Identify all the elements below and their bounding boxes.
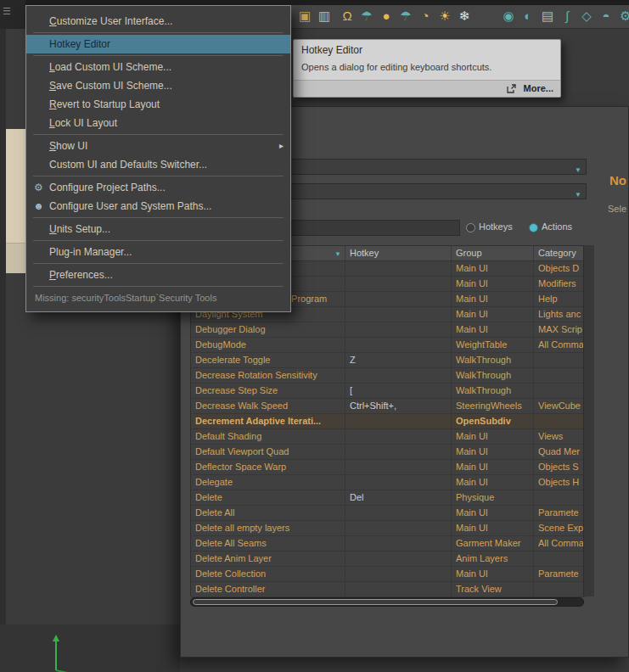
cell-hotkey: Z — [345, 353, 452, 367]
hotkeys-radio-label: Hotkeys — [479, 221, 513, 232]
align-icon[interactable]: ❄ — [455, 7, 474, 25]
cell-category: Objects D — [534, 261, 585, 276]
selection-panel-title: No — [609, 173, 626, 188]
cell-category: Scene Exp — [534, 521, 585, 535]
render-setup-icon[interactable]: ⚙ — [616, 7, 629, 25]
menu-item-configure-project-paths[interactable]: ⚙Configure Project Paths... — [26, 178, 290, 197]
menu-item-save-custom-ui-scheme[interactable]: Save Custom UI Scheme... — [26, 76, 290, 95]
tooltip-description: Opens a dialog for editing keyboard shor… — [301, 62, 491, 72]
table-row[interactable]: Delete all empty layersMain UIScene Exp — [191, 521, 585, 536]
cell-name: Delete all empty layers — [191, 521, 345, 535]
layer-explorer-icon[interactable]: ◐ — [519, 7, 537, 25]
header-group[interactable]: Group — [452, 246, 534, 260]
tooltip-more-link[interactable]: More... — [524, 83, 553, 93]
select-object-icon[interactable]: ▣ — [295, 7, 314, 25]
cell-group: WalkThrough — [452, 353, 534, 367]
table-row[interactable]: DebugModeWeightTableAll Comma — [191, 338, 585, 353]
header-hotkey[interactable]: Hotkey — [345, 246, 452, 260]
table-row[interactable]: Delete AllMain UIParamete — [191, 506, 585, 521]
cell-category: Paramete — [534, 567, 585, 581]
cell-group: Main UI — [452, 307, 534, 322]
menu-item-custom-ui-and-defaults-switcher[interactable]: Custom UI and Defaults Switcher... — [26, 155, 290, 174]
cell-group: Main UI — [452, 475, 534, 490]
cell-group: Track View — [452, 582, 534, 596]
table-row[interactable]: Decrease Rotation SensitivityWalkThrough — [191, 368, 585, 384]
cell-name: Decelerate Toggle — [191, 353, 345, 367]
menu-item-hotkey-editor[interactable]: Hotkey Editor — [26, 35, 290, 53]
table-row[interactable]: Delete Anim LayerAnim Layers — [191, 552, 585, 567]
cell-category — [534, 552, 585, 566]
cell-hotkey — [345, 536, 452, 551]
header-category[interactable]: Category — [534, 246, 585, 260]
curve-editor-icon[interactable]: ∫ — [558, 7, 576, 25]
snaps-toggle-icon[interactable]: Ω — [338, 7, 357, 25]
menu-separator — [33, 217, 284, 218]
cell-group: Main UI — [452, 567, 534, 581]
scene-explorer-icon[interactable]: ◉ — [499, 7, 518, 25]
cell-hotkey — [345, 460, 452, 474]
table-row[interactable]: Decrement Adaptive Iterati...OpenSubdiv — [191, 414, 585, 429]
selection-panel-text: Sele — [608, 204, 626, 214]
menu-item-label: Missing: securityToolsStartup`Security T… — [35, 293, 216, 303]
table-row[interactable]: Deflector Space WarpMain UIObjects S — [191, 460, 585, 475]
menu-item-load-custom-ui-scheme[interactable]: Load Custom UI Scheme... — [26, 58, 290, 76]
menu-separator — [33, 55, 284, 56]
menu-item-label: Lock UI Layout — [49, 117, 117, 129]
menu-item-customize-user-interface[interactable]: Customize User Interface... — [26, 12, 290, 31]
menu-item-lock-ui-layout[interactable]: Lock UI Layout — [26, 114, 290, 132]
filter-arrow-icon[interactable]: ▼ — [334, 250, 341, 258]
menu-item-units-setup[interactable]: Units Setup... — [26, 220, 290, 238]
table-row[interactable]: DelegateMain UIObjects H — [191, 475, 585, 490]
scrollbar-handle[interactable] — [193, 599, 558, 605]
table-row[interactable]: Decrease Walk SpeedCtrl+Shift+,SteeringW… — [191, 399, 585, 414]
cell-category: Lights anc — [534, 307, 585, 322]
table-vertical-scrollbar[interactable] — [583, 245, 594, 596]
table-row[interactable]: Default Viewport QuadMain UIQuad Mer — [191, 445, 585, 460]
table-horizontal-scrollbar[interactable] — [190, 597, 584, 607]
actions-radio[interactable] — [529, 223, 538, 232]
menu-separator — [33, 263, 284, 264]
cell-category: All Comma — [534, 536, 585, 551]
table-row[interactable]: Debugger DialogMain UIMAX Scrip — [191, 322, 585, 338]
user-paths-icon: ☻ — [31, 197, 46, 216]
table-row[interactable]: DeleteDelPhysique — [191, 490, 585, 506]
table-row[interactable]: Delete CollectionMain UIParamete — [191, 567, 585, 582]
cell-name: Debugger Dialog — [191, 322, 345, 337]
schematic-view-icon[interactable]: ◇ — [577, 7, 596, 25]
cell-category: Objects H — [534, 475, 585, 490]
menu-item-label: Configure User and System Paths... — [49, 200, 211, 212]
cell-group: OpenSubdiv — [452, 414, 534, 428]
menu-item-plug-in-manager[interactable]: Plug-in Manager... — [26, 243, 290, 261]
cell-name: Delete All — [191, 506, 345, 520]
named-selection-sets-icon[interactable]: ◔ — [416, 7, 435, 25]
table-row[interactable]: Delete ControllerTrack View — [191, 582, 585, 597]
menu-separator — [33, 176, 284, 176]
cell-group: Main UI — [452, 429, 534, 444]
spinner-snap-icon[interactable]: ☂ — [396, 7, 415, 25]
select-by-name-icon[interactable]: ▥ — [315, 7, 334, 25]
menu-item-label: Preferences... — [49, 269, 113, 281]
menu-grip-icon: ☰ — [3, 6, 11, 17]
menu-item-configure-user-and-system-paths[interactable]: ☻Configure User and System Paths... — [26, 197, 290, 216]
table-row[interactable]: Decelerate ToggleZWalkThrough — [191, 353, 585, 368]
cell-name: Delete Collection — [191, 567, 345, 581]
submenu-arrow-icon: ▸ — [279, 137, 284, 155]
material-editor-icon[interactable]: ◓ — [597, 7, 615, 25]
viewport-edge — [0, 29, 6, 672]
angle-snap-icon[interactable]: ☂ — [357, 7, 376, 25]
ribbon-icon[interactable]: ▤ — [538, 7, 557, 25]
chevron-down-icon: ▼ — [575, 163, 581, 177]
cell-group: Main UI — [452, 261, 534, 276]
table-row[interactable]: Delete All SeamsGarment MakerAll Comma — [191, 536, 585, 552]
cell-hotkey — [345, 307, 452, 322]
menu-item-show-ui[interactable]: Show UI▸ — [26, 137, 290, 155]
cell-hotkey — [345, 322, 452, 337]
percent-snap-icon[interactable]: ● — [377, 7, 396, 25]
table-row[interactable]: Decrease Step Size[WalkThrough — [191, 384, 585, 399]
menu-item-preferences[interactable]: Preferences... — [26, 266, 290, 284]
hotkeys-radio[interactable] — [466, 223, 475, 232]
menu-item-revert-to-startup-layout[interactable]: Revert to Startup Layout — [26, 95, 290, 114]
cell-category: Views — [534, 429, 585, 444]
table-row[interactable]: Default ShadingMain UIViews — [191, 429, 585, 445]
mirror-icon[interactable]: ☀ — [435, 7, 454, 25]
